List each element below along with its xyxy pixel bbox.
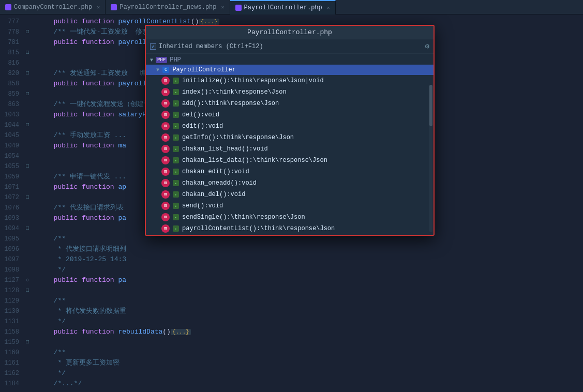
method-name: initialize():\think\response\Json|void [182,77,324,84]
tab-company[interactable]: CompanyController.php ✕ [0,0,106,14]
method-badge-m: m [161,122,170,130]
popup-tree-container[interactable]: ▼ PHP PHP ▼ C PayrollController m ▪ [146,54,433,235]
line-fold[interactable]: □ [23,27,32,37]
line-num: 1162 [0,368,23,379]
tree-method-getinfo[interactable]: m ▪ getInfo():\think\response\Json [146,132,433,143]
tree-method-send[interactable]: m ▪ send():void [146,200,433,212]
line-fold[interactable]: □ [23,192,32,203]
line-num: 1131 [0,316,23,327]
tab-payroll-news[interactable]: PayrollController_news.php ✕ [106,0,230,14]
tab-icon-payroll [235,5,242,11]
tree-method-add[interactable]: m ▪ add():\think\response\Json [146,98,433,109]
line-num: 1045 [0,130,23,141]
code-line-1096: * 2019-12-25 14:3 [46,254,583,265]
tree-method-chakan-oneadd[interactable]: m ▪ chakan_oneadd():void [146,177,433,189]
method-visibility-icon: ▪ [173,134,179,141]
line-num: 1158 [0,327,23,337]
tree-method-chakan-del[interactable]: m ▪ chakan_del():void [146,189,433,200]
tab-close-payroll[interactable]: ✕ [327,5,330,11]
tree-method-chakan-list-head[interactable]: m ▪ chakan_list_head():void [146,143,433,155]
method-visibility-icon: ▪ [173,89,179,95]
line-fold[interactable]: ◇ [23,275,32,285]
line-fold[interactable]: □ [23,285,32,296]
line-fold[interactable]: □ [23,89,32,99]
code-area[interactable]: public function payrollContentList(){...… [41,14,583,392]
line-num: 778 [0,27,23,37]
tab-label-payroll: PayrollController.php [244,4,322,11]
tree-method-sendsingle[interactable]: m ▪ sendSingle():\think\response\Json [146,212,433,223]
method-badge-m: m [161,145,170,153]
method-badge-m: m [161,168,170,176]
line-num: 1184 [0,379,23,389]
method-badge-m: m [161,99,170,108]
tree-method-payrollcontentlist[interactable]: m ▪ payrollContentList():\think\response… [146,223,433,234]
tree-class-payroll[interactable]: ▼ C PayrollController [146,65,433,75]
code-line-1130: */ [46,316,583,327]
tab-close-payroll-news[interactable]: ✕ [221,4,225,10]
line-num: 1094 [0,223,23,234]
popup-inherited-row[interactable]: ✓ Inherited members (Ctrl+F12) [150,43,263,50]
line-num: 816 [0,58,23,68]
method-badge-m: m [161,202,170,210]
line-num: 1076 [0,203,23,213]
code-line-1095: * 代发接口请求明细列 [46,244,583,254]
line-fold[interactable]: □ [23,68,32,79]
line-num: 1055 [0,161,23,172]
code-line-1097: */ [46,265,583,275]
tab-label-payroll-news: PayrollController_news.php [119,4,216,11]
line-fold[interactable]: □ [23,223,32,234]
popup-scrollbar[interactable] [429,85,432,232]
tree-method-index[interactable]: m ▪ index():\think\response\Json [146,86,433,98]
tree-method-edit[interactable]: m ▪ edit():void [146,120,433,132]
popup-scrollthumb[interactable] [429,85,432,126]
line-num: 1160 [0,348,23,358]
popup-title: PayrollController.php [146,26,433,39]
tab-label-company: CompanyController.php [14,4,92,11]
method-visibility-icon: ▪ [173,78,179,84]
method-name: chakan_list_data():\think\response\Json [182,157,327,164]
tree-method-del[interactable]: m ▪ del():void [146,109,433,120]
line-num: 815 [0,48,23,58]
line-num: 858 [0,79,23,89]
tree-method-chakan-edit[interactable]: m ▪ chakan_edit():void [146,166,433,177]
line-fold[interactable]: □ [23,161,32,172]
method-visibility-icon: ▪ [173,203,179,209]
code-line-1128: /** [46,296,583,306]
method-name: edit():void [182,123,223,130]
method-badge-m: m [161,88,170,96]
tree-method-chakan-list-data[interactable]: m ▪ chakan_list_data():\think\response\J… [146,155,433,166]
line-num: 1098 [0,265,23,275]
popup-inherited-label: Inherited members (Ctrl+F12) [159,43,263,50]
method-badge-m: m [161,77,170,85]
line-num: 1095 [0,234,23,244]
method-visibility-icon: ▪ [173,169,179,175]
line-num: 1129 [0,296,23,306]
line-fold[interactable]: □ [23,120,32,130]
line-fold[interactable]: □ [23,337,32,348]
popup-inherited-checkbox[interactable]: ✓ [150,43,156,50]
line-num: 781 [0,37,23,48]
code-line-1131: public function rebuildData(){...} [46,327,583,337]
method-name: chakan_edit():void [182,168,249,175]
code-line-1160: * 更新更多工资加密 [46,358,583,368]
method-name: sendSingle():\think\response\Json [182,214,305,221]
tree-class-name: PayrollController [172,66,235,73]
popup-gear-icon[interactable]: ⚙ [425,42,429,51]
file-structure-popup: PayrollController.php ✓ Inherited member… [145,25,435,236]
tab-payroll[interactable]: PayrollController.php ✕ [230,0,336,14]
line-num: 1096 [0,244,23,254]
tab-close-company[interactable]: ✕ [97,4,100,10]
popup-tree: ▼ PHP PHP ▼ C PayrollController m ▪ [146,54,433,235]
line-num: 1093 [0,213,23,223]
tree-php-section[interactable]: ▼ PHP PHP [146,55,433,65]
line-gutter: 777 778□ 781 815□ 816 820□ 858 859□ 863 … [0,14,41,392]
line-num: 1159 [0,337,23,348]
line-num: 1097 [0,254,23,265]
line-fold[interactable]: □ [23,48,32,58]
line-num: 1071 [0,182,23,192]
tree-method-initialize[interactable]: m ▪ initialize():\think\response\Json|vo… [146,75,433,86]
code-line-1098: public function pa [46,275,583,285]
line-num: 1130 [0,306,23,316]
method-name: chakan_oneadd():void [182,179,257,187]
method-visibility-icon: ▪ [173,157,179,163]
